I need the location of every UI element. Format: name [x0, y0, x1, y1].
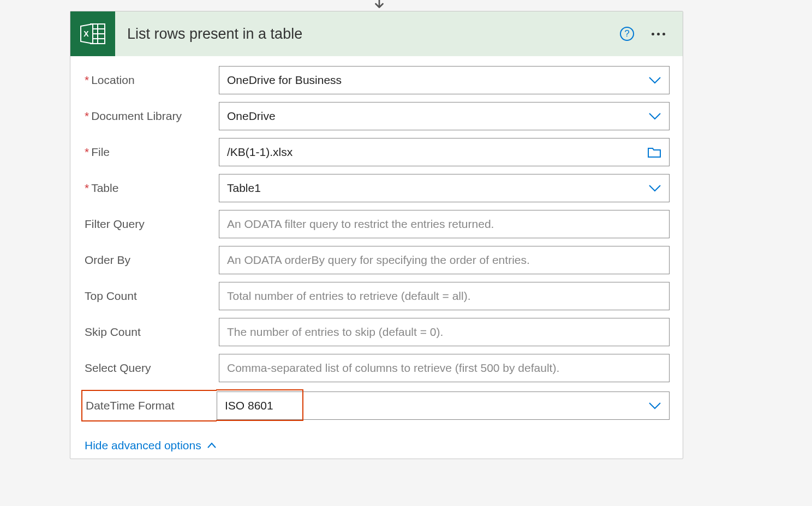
chevron-down-icon — [648, 184, 661, 192]
chevron-down-icon — [648, 112, 661, 121]
card-title: List rows present in a table — [115, 26, 620, 43]
action-card: X List rows present in a table ? *Locati… — [70, 11, 683, 459]
chevron-up-icon — [207, 442, 217, 449]
chevron-down-icon — [648, 401, 661, 410]
top-count-label: Top Count — [83, 290, 219, 303]
top-count-input[interactable] — [219, 282, 670, 310]
svg-text:X: X — [83, 29, 89, 38]
datetime-format-select[interactable]: ISO 8601 — [217, 391, 670, 420]
chevron-down-icon — [648, 76, 661, 85]
document-library-select[interactable]: OneDrive — [219, 102, 670, 130]
folder-picker-icon[interactable] — [647, 146, 661, 158]
datetime-format-label: DateTime Format — [81, 390, 217, 421]
table-label: *Table — [83, 182, 219, 195]
more-menu-icon[interactable] — [649, 31, 667, 38]
table-select[interactable]: Table1 — [219, 174, 670, 202]
hide-advanced-options-toggle[interactable]: Hide advanced options — [83, 429, 217, 452]
help-icon[interactable]: ? — [620, 27, 634, 41]
excel-icon: X — [70, 11, 115, 56]
filter-query-input[interactable] — [219, 210, 670, 238]
order-by-input[interactable] — [219, 246, 670, 274]
file-input[interactable]: /KB(1-1).xlsx — [219, 138, 670, 166]
order-by-label: Order By — [83, 254, 219, 267]
flow-arrow-down-icon — [371, 0, 387, 12]
filter-query-label: Filter Query — [83, 218, 219, 231]
document-library-label: *Document Library — [83, 110, 219, 123]
select-query-input[interactable] — [219, 354, 670, 382]
skip-count-input[interactable] — [219, 318, 670, 346]
card-body: *Location OneDrive for Business *Documen… — [70, 56, 683, 459]
card-header: X List rows present in a table ? — [70, 11, 683, 56]
file-label: *File — [83, 146, 219, 159]
location-label: *Location — [83, 74, 219, 87]
location-select[interactable]: OneDrive for Business — [219, 66, 670, 94]
select-query-label: Select Query — [83, 362, 219, 375]
skip-count-label: Skip Count — [83, 326, 219, 339]
